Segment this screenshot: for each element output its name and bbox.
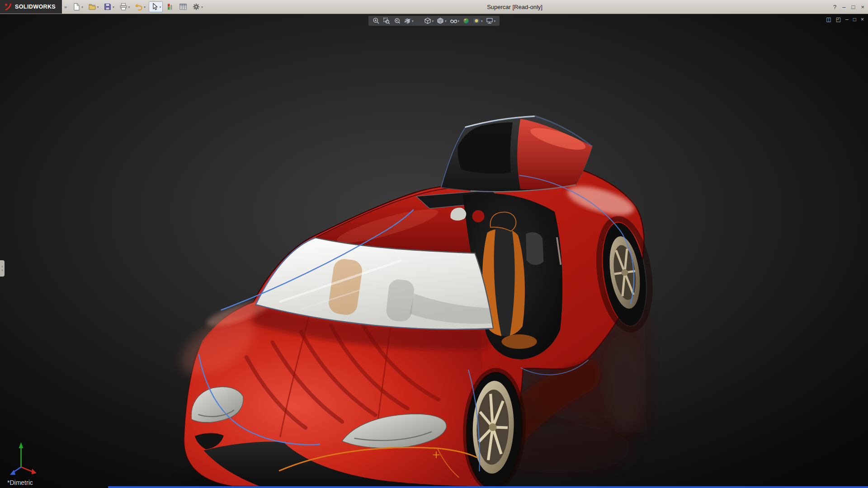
- section-view-button[interactable]: ▾: [404, 17, 414, 24]
- split-pane-horizontal-icon[interactable]: ◫: [826, 17, 831, 22]
- select-button[interactable]: ▾: [149, 1, 163, 12]
- minimize-button[interactable]: –: [842, 4, 845, 10]
- dropdown-caret-icon[interactable]: ▾: [445, 19, 447, 23]
- gear-icon: [192, 3, 200, 11]
- view-orientation-button[interactable]: ▾: [424, 17, 434, 24]
- display-style-button[interactable]: ▾: [437, 17, 447, 24]
- titlebar: SOLIDWORKS » ▾ ▾ ▾: [0, 0, 868, 14]
- close-document-button[interactable]: ×: [861, 17, 864, 22]
- print-button[interactable]: ▾: [118, 1, 132, 12]
- dropdown-caret-icon[interactable]: ▾: [201, 5, 203, 9]
- zoom-to-fit-icon: [373, 17, 380, 24]
- brand-name: SOLIDWORKS: [15, 4, 56, 10]
- document-title: Supercar [Read-only]: [487, 4, 542, 10]
- dropdown-caret-icon[interactable]: ▾: [481, 19, 483, 23]
- dropdown-caret-icon[interactable]: ▾: [458, 19, 460, 23]
- undo-arrow-icon: [135, 3, 143, 11]
- zoom-to-area-icon: [383, 17, 390, 24]
- apply-scene-button[interactable]: ▾: [473, 17, 483, 24]
- view-settings-icon: [486, 17, 493, 24]
- scene-sphere-icon: [473, 17, 480, 24]
- main-toolbar: ▾ ▾ ▾ ▾: [71, 1, 205, 12]
- previous-view-icon: [393, 17, 401, 24]
- dropdown-caret-icon[interactable]: ▾: [81, 5, 83, 9]
- view-settings-button[interactable]: ▾: [486, 17, 496, 24]
- window-controls: ? – □ ×: [833, 0, 864, 14]
- dropdown-caret-icon[interactable]: ▾: [412, 19, 414, 23]
- save-floppy-icon: [104, 3, 112, 11]
- solidworks-logo-icon: [4, 3, 13, 11]
- hide-show-items-button[interactable]: ▾: [450, 17, 460, 24]
- document-window-controls: ◫ ◰ – □ ×: [826, 17, 864, 22]
- help-button[interactable]: ?: [833, 4, 836, 10]
- graphics-viewport[interactable]: ▾ ▾ ▾ ▾: [0, 14, 868, 488]
- undo-button[interactable]: ▾: [133, 1, 147, 12]
- previous-view-button[interactable]: [393, 17, 401, 24]
- rebuild-indicator-icon: [166, 3, 174, 11]
- headsup-view-toolbar: ▾ ▾ ▾ ▾: [368, 16, 500, 26]
- zoom-to-area-button[interactable]: [383, 17, 390, 24]
- taskbar-edge: [108, 486, 868, 488]
- section-view-icon: [404, 17, 411, 24]
- design-table-icon: [179, 3, 187, 11]
- options-button[interactable]: ▾: [190, 1, 205, 12]
- minimize-document-button[interactable]: –: [845, 17, 849, 22]
- view-orientation-cube-icon: [424, 17, 431, 24]
- edit-appearance-button[interactable]: [462, 17, 470, 24]
- zoom-to-fit-button[interactable]: [373, 17, 380, 24]
- open-folder-icon: [88, 3, 96, 11]
- split-pane-vertical-icon[interactable]: ◰: [836, 17, 841, 22]
- maximize-button[interactable]: □: [852, 4, 855, 10]
- dropdown-caret-icon[interactable]: ▾: [494, 19, 496, 23]
- save-button[interactable]: ▾: [102, 1, 116, 12]
- dropdown-caret-icon[interactable]: ▾: [144, 5, 146, 9]
- select-cursor-icon: [151, 3, 159, 11]
- 3d-scene[interactable]: [0, 14, 868, 488]
- appearance-sphere-icon: [462, 17, 470, 24]
- new-document-button[interactable]: ▾: [71, 1, 85, 12]
- new-document-icon: [72, 3, 80, 11]
- close-button[interactable]: ×: [861, 4, 864, 10]
- dropdown-caret-icon[interactable]: ▾: [113, 5, 114, 9]
- eyeglasses-icon: [450, 17, 457, 24]
- dropdown-caret-icon[interactable]: ▾: [160, 5, 161, 9]
- print-icon: [119, 3, 127, 11]
- solidworks-logo: SOLIDWORKS: [0, 0, 62, 14]
- open-button[interactable]: ▾: [86, 1, 101, 12]
- design-table-button[interactable]: [177, 1, 189, 12]
- rebuild-indicator-button[interactable]: [164, 1, 176, 12]
- dropdown-caret-icon[interactable]: ▾: [128, 5, 130, 9]
- dropdown-caret-icon[interactable]: ▾: [97, 5, 99, 9]
- feature-tree-collapsed-tab[interactable]: ‹ ‹: [0, 260, 5, 277]
- solidworks-window: SOLIDWORKS » ▾ ▾ ▾: [0, 0, 868, 488]
- orientation-label: *Dimetric: [7, 479, 33, 486]
- restore-document-button[interactable]: □: [853, 17, 856, 22]
- display-style-icon: [437, 17, 444, 24]
- toolbar-expand-icon[interactable]: »: [64, 4, 67, 9]
- dropdown-caret-icon[interactable]: ▾: [432, 19, 434, 23]
- chevron-left-icon: ‹: [2, 268, 3, 272]
